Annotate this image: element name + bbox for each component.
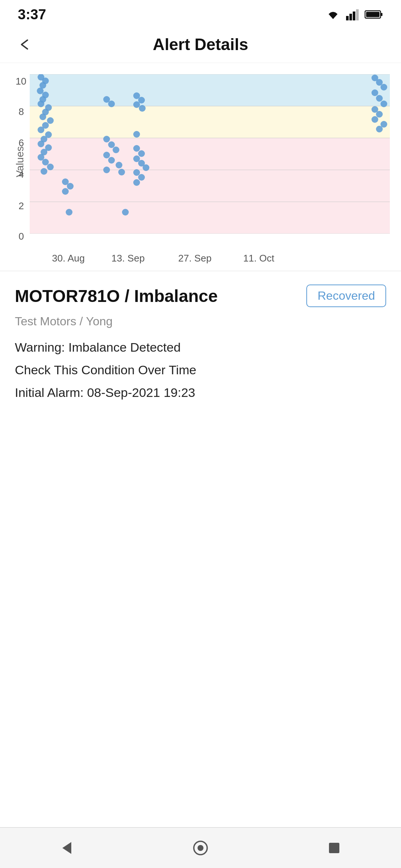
alert-message: Warning: Imbalance Detected [15,340,386,355]
svg-point-60 [133,169,140,176]
svg-rect-77 [329,843,339,853]
recovered-badge: Recovered [306,285,386,307]
svg-point-44 [103,152,110,158]
x-label-27sep: 27. Sep [178,253,212,264]
svg-point-37 [67,183,74,190]
x-label-30aug: 30. Aug [52,253,85,264]
x-label-13sep: 13. Sep [111,253,145,264]
svg-point-49 [122,209,129,216]
svg-point-32 [42,159,49,165]
svg-point-34 [40,168,47,175]
svg-point-19 [38,101,44,107]
zone-pink [30,138,390,234]
svg-point-65 [381,84,387,91]
svg-point-67 [376,95,383,102]
chart-svg [30,74,390,234]
svg-rect-0 [346,16,349,20]
svg-point-35 [66,209,72,216]
svg-point-52 [133,101,140,108]
svg-point-33 [47,164,53,170]
svg-point-25 [38,126,44,133]
zone-yellow [30,106,390,138]
svg-point-53 [139,105,146,112]
alert-header: MOTOR781O / Imbalance Recovered [15,285,386,307]
svg-point-48 [118,169,125,175]
chart-container: Values [0,63,401,271]
svg-point-66 [371,89,378,96]
svg-point-62 [133,179,140,186]
svg-point-23 [47,117,53,124]
x-label-11oct: 11. Oct [243,253,274,264]
svg-point-71 [371,116,378,123]
alert-location: Test Motors / Yong [15,315,386,328]
svg-point-54 [133,131,140,138]
nav-back-button[interactable] [48,835,85,861]
svg-point-41 [103,136,110,142]
battery-icon [365,9,383,20]
svg-marker-74 [62,842,71,854]
app-bar: Alert Details [0,26,401,63]
svg-rect-5 [381,13,382,16]
svg-rect-2 [353,11,355,20]
svg-point-73 [376,126,383,132]
nav-stop-button[interactable] [316,835,353,861]
wifi-icon [325,9,341,20]
svg-point-59 [143,164,149,171]
svg-point-68 [381,101,387,107]
svg-point-45 [108,157,115,164]
status-bar: 3:37 [0,0,401,26]
y-tick-6: 6 [19,137,24,149]
svg-rect-1 [349,14,352,20]
y-tick-8: 8 [19,106,24,118]
alert-initial-alarm: Initial Alarm: 08-Sep-2021 19:23 [15,385,386,400]
chart-wrap: Values [4,70,394,267]
signal-icon [346,8,359,21]
y-tick-4: 4 [19,169,24,180]
svg-point-40 [108,101,115,107]
alert-title: MOTOR781O / Imbalance [15,286,218,306]
svg-rect-3 [356,9,359,20]
svg-point-38 [62,188,69,195]
back-button[interactable] [13,33,36,56]
svg-point-70 [376,111,383,118]
page-title: Alert Details [36,35,365,54]
zone-blue [30,74,390,106]
svg-point-56 [138,150,145,157]
nav-home-button[interactable] [182,835,219,861]
svg-point-28 [38,141,44,147]
svg-point-47 [103,167,110,173]
svg-point-16 [37,88,43,94]
svg-point-55 [133,145,140,152]
status-time: 3:37 [18,7,46,23]
bottom-nav [0,827,401,868]
svg-rect-6 [366,12,379,17]
y-tick-2: 2 [19,200,24,212]
svg-point-61 [138,174,145,181]
svg-point-22 [39,114,46,120]
svg-point-76 [198,845,203,851]
svg-point-42 [108,141,115,148]
alert-info-section: MOTOR781O / Imbalance Recovered Test Mot… [0,271,401,419]
y-tick-10: 10 [16,76,26,87]
y-tick-0: 0 [19,231,24,242]
alert-check: Check This Condition Over Time [15,363,386,377]
status-icons [325,8,383,21]
svg-point-46 [115,162,122,168]
svg-point-43 [113,147,119,153]
